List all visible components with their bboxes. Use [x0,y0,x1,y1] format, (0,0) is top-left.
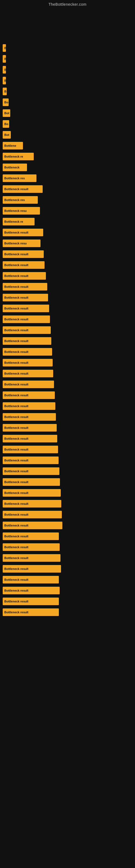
bar-row: Bot [3,108,130,118]
bar-row: Bottleneck result [3,499,130,509]
bar-row: Bottleneck result [3,607,130,617]
bar-label: Bottleneck result [3,272,46,280]
bar-label: Bottlene [3,142,23,150]
bar-label: Bottleneck result [3,348,52,355]
bar-row: Bottleneck result [3,433,130,444]
bar-label: Bot [3,109,10,117]
bar-row: Bo [3,97,130,107]
bar-row: Bottleneck result [3,401,130,411]
bar-row: Bottleneck result [3,390,130,400]
bar-label: Bottleneck result [3,435,57,442]
bar-label: Bottleneck result [3,413,56,421]
bar-row: Bottleneck result [3,423,130,433]
bar-label: Bottleneck result [3,261,45,269]
bar-label: Bottleneck result [3,370,53,377]
bar-row: Bottleneck result [3,336,130,346]
bar-row: Bottleneck result [3,564,130,574]
bar-row: Bottleneck result [3,509,130,520]
bar-label: Bottleneck re [3,218,35,225]
bar-label: Bottleneck result [3,478,60,486]
bar-label: Bottleneck result [3,522,62,529]
bar-label: B [3,44,6,52]
bar-label: Bottleneck result [3,489,61,497]
bar-label: Bottleneck result [3,359,53,367]
bar-row: Bottleneck result [3,260,130,270]
bar-label: Bottleneck result [3,185,43,193]
bar-row: Bottleneck result [3,596,130,607]
bar-row: Bottleneck result [3,347,130,357]
bar-row: B [3,65,130,75]
bar-label: B [3,88,7,95]
bar-label: Bottleneck result [3,326,51,334]
bar-label: Bottleneck result [3,337,51,345]
bar-row: Bottleneck result [3,542,130,552]
bar-row [3,32,130,42]
bar-label: Bottleneck result [3,294,48,301]
bar-row: Bottleneck result [3,325,130,335]
bar-row: Bottleneck result [3,249,130,259]
bar-label: Bottleneck result [3,402,55,410]
bar-row: Bottleneck result [3,531,130,541]
bar-row: Bottleneck result [3,477,130,487]
bars-container: BBBBBBoBotBoBotBottleneBottleneck reBott… [0,8,135,621]
bar-label: Bottleneck result [3,554,60,562]
bar-label: Bottleneck resu [3,240,41,247]
bar-label: Bo [3,120,9,128]
bar-label: Bottleneck result [3,500,61,507]
bar-row: B [3,75,130,86]
bar-row: Bottleneck result [3,358,130,368]
bar-row: Bottleneck result [3,282,130,292]
bar-label: Bottleneck result [3,609,59,616]
bar-row: Bottleneck re [3,151,130,162]
bar-label: Bottleneck result [3,305,49,312]
bar-label: Bottleneck re [3,153,34,160]
bar-label: Bottleneck result [3,229,43,236]
bar-label: Bo [3,98,9,106]
bar-label: Bottleneck result [3,457,58,464]
bar-label: Bottleneck result [3,380,54,388]
bar-row: Bottleneck result [3,271,130,281]
bar-row: Bottleneck result [3,553,130,563]
bar-label: Bottleneck result [3,467,59,475]
bar-label: Bottleneck result [3,543,60,551]
bar-row: Bottleneck resu [3,206,130,216]
bar-row: Bottleneck result [3,303,130,314]
bar-row: Bottleneck result [3,466,130,476]
bar-label: Bottleneck result [3,250,44,258]
bar-row: Bottleneck res [3,173,130,183]
bar-row: Bottleneck result [3,379,130,390]
bar-row: B [3,86,130,97]
bar-row: Bottleneck result [3,488,130,498]
bar-label: Bottleneck result [3,392,55,399]
bar-label: Bottleneck resu [3,207,40,215]
bar-row: Bottleneck result [3,314,130,324]
bar-label: Bottleneck [3,163,27,171]
bar-label: B [3,55,6,63]
bar-label: Bottleneck result [3,532,59,540]
bar-label: Bot [3,131,11,138]
bar-row: Bottleneck result [3,227,130,238]
bar-row: Bottleneck result [3,585,130,596]
bar-row: B [3,54,130,64]
bar-label: Bottleneck result [3,597,59,605]
bar-row: Bottleneck result [3,455,130,465]
bar-label: Bottleneck result [3,576,59,584]
bar-row [3,21,130,31]
bar-row: B [3,43,130,53]
bar-row: Bottleneck resu [3,238,130,248]
bar-row: Bottleneck result [3,184,130,194]
bar-label: Bottleneck res [3,196,38,204]
bar-row: Bot [3,130,130,140]
bar-row: Bottlene [3,141,130,151]
bar-row: Bo [3,119,130,129]
bar-row: Bottleneck result [3,292,130,303]
bar-label: Bottleneck result [3,424,57,432]
bar-row: Bottleneck result [3,520,130,531]
bar-label: Bottleneck result [3,446,58,453]
bar-label: Bottleneck res [3,175,37,182]
bar-label: Bottleneck result [3,315,50,323]
bar-row [3,10,130,21]
bar-row: Bottleneck result [3,575,130,585]
bar-label: B [3,66,6,73]
bar-row: Bottleneck res [3,195,130,205]
